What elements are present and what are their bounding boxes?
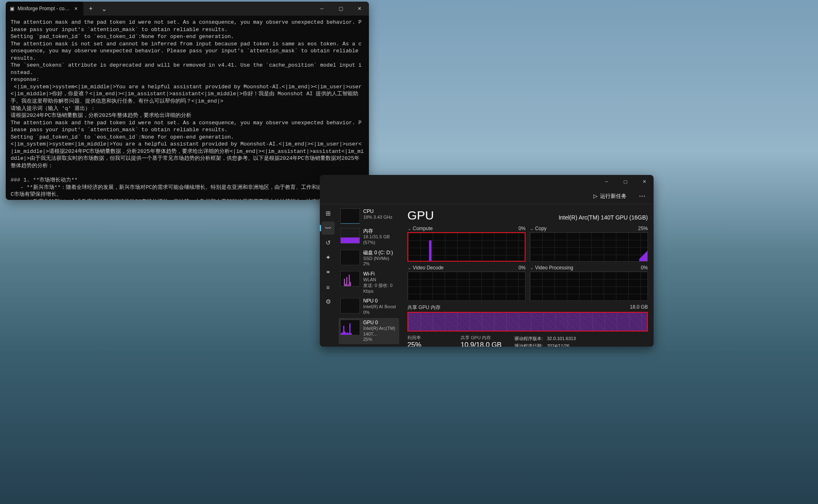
terminal-titlebar[interactable]: ▣ Miniforge Prompt - conda act × + ⌄ ─ ▢… (6, 2, 369, 16)
sidebar-item-memory[interactable]: 内存 18.1/31.5 GB (57%) (339, 226, 399, 247)
gpu-detail-panel: GPU Intel(R) Arc(TM) 140T GPU (16GB) ⌄ C… (402, 204, 654, 347)
cpu-value: 18% 3.43 GHz (363, 215, 393, 220)
copy-label[interactable]: ⌄ Copy (530, 226, 546, 231)
tab-dropdown-icon[interactable]: ⌄ (97, 5, 110, 13)
gpu-sub1: Intel(R) Arc(TM) 140T... (363, 326, 398, 337)
sidebar-item-gpu[interactable]: GPU 0 Intel(R) Arc(TM) 140T... 25% (339, 318, 399, 344)
run-task-label: 运行新任务 (600, 193, 627, 200)
util-label: 利用率 (407, 335, 448, 341)
gpu-thumb (340, 320, 360, 335)
taskmgr-titlebar[interactable]: ─ ▢ ✕ (320, 175, 654, 188)
nav-services-icon[interactable]: ⚙ (321, 295, 335, 308)
run-task-icon: ▷ (593, 193, 598, 199)
sidebar-item-wifi[interactable]: Wi-Fi WLAN 发送: 0 接收: 0 Kbps (339, 269, 399, 296)
disk-sub2: 2% (363, 261, 393, 267)
disk-title: 磁盘 0 (C: D:) (363, 250, 393, 256)
npu-sub1: Intel(R) AI Boost (363, 304, 396, 310)
new-tab-button[interactable]: + (84, 5, 97, 12)
video-decode-pct: 0% (519, 265, 526, 271)
taskmgr-toolbar: ▷ 运行新任务 ⋯ (320, 188, 654, 204)
sidebar-item-npu[interactable]: NPU 0 Intel(R) AI Boost 0% (339, 296, 399, 317)
sidebar-item-disk[interactable]: 磁盘 0 (C: D:) SSD (NVMe) 2% (339, 248, 399, 269)
wifi-thumb (340, 271, 360, 287)
terminal-icon: ▣ (10, 6, 14, 11)
compute-label[interactable]: ⌄ Compute (407, 226, 433, 231)
cpu-thumb (340, 208, 360, 224)
memory-value: 18.1/31.5 GB (57%) (363, 234, 398, 246)
terminal-tab-title: Miniforge Prompt - conda act (18, 6, 70, 11)
more-button[interactable]: ⋯ (635, 190, 649, 202)
copy-pct: 25% (638, 226, 648, 231)
compute-pct: 0% (519, 226, 526, 231)
wifi-title: Wi-Fi (363, 271, 398, 277)
terminal-output[interactable]: The attention mask and the pad token id … (6, 16, 369, 200)
taskmgr-nav: ⊞ 〰 ↺ ✦ ⚭ ≡ ⚙ (320, 204, 336, 347)
disk-thumb (340, 250, 360, 265)
terminal-window: ▣ Miniforge Prompt - conda act × + ⌄ ─ ▢… (6, 2, 369, 200)
shared-value: 10.9/18.0 GB (461, 341, 501, 347)
shared-label: 共享 GPU 内存 (461, 335, 501, 341)
video-decode-chart (407, 271, 526, 301)
minimize-button[interactable]: ─ (312, 2, 331, 16)
terminal-tab[interactable]: ▣ Miniforge Prompt - conda act × (6, 2, 83, 16)
shared-mem-label: 共享 GPU 内存 (407, 304, 440, 311)
tab-close-icon[interactable]: × (73, 5, 79, 12)
memory-thumb (340, 228, 360, 244)
nav-performance-icon[interactable]: 〰 (321, 222, 335, 235)
maximize-button[interactable]: ▢ (331, 2, 350, 16)
task-manager-window: ─ ▢ ✕ ▷ 运行新任务 ⋯ ⊞ 〰 ↺ ✦ ⚭ ≡ ⚙ CPU 18% 3.… (320, 175, 654, 347)
wifi-sub1: WLAN (363, 277, 398, 283)
gpu-sub2: 25% (363, 337, 398, 343)
gpu-device-name: Intel(R) Arc(TM) 140T GPU (16GB) (559, 214, 648, 221)
nav-history-icon[interactable]: ↺ (321, 236, 335, 249)
wifi-sub2: 发送: 0 接收: 0 Kbps (363, 283, 398, 294)
cpu-title: CPU (363, 208, 393, 215)
util-value: 25% (407, 341, 448, 347)
performance-sidebar: CPU 18% 3.43 GHz 内存 18.1/31.5 GB (57%) 磁… (336, 204, 402, 347)
driver-info: 驱动程序版本:32.0.101.6313 驱动程序日期:2024/11/26 D… (514, 335, 585, 347)
copy-chart (530, 232, 648, 262)
minimize-button[interactable]: ─ (597, 175, 616, 188)
gpu-panel-title: GPU (407, 208, 434, 222)
video-proc-label[interactable]: ⌄ Video Processing (530, 265, 573, 271)
run-new-task-button[interactable]: ▷ 运行新任务 (589, 190, 631, 202)
nav-details-icon[interactable]: ≡ (321, 280, 335, 293)
nav-users-icon[interactable]: ⚭ (321, 266, 335, 279)
close-button[interactable]: ✕ (350, 2, 369, 16)
disk-sub1: SSD (NVMe) (363, 256, 393, 262)
gpu-title: GPU 0 (363, 320, 398, 326)
nav-processes-icon[interactable]: ⊞ (321, 207, 335, 220)
shared-memory-chart (407, 312, 648, 332)
video-decode-label[interactable]: ⌄ Video Decode (407, 265, 444, 271)
nav-startup-icon[interactable]: ✦ (321, 251, 335, 264)
npu-sub2: 0% (363, 310, 396, 316)
sidebar-item-cpu[interactable]: CPU 18% 3.43 GHz (339, 207, 399, 226)
npu-thumb (340, 298, 360, 314)
maximize-button[interactable]: ▢ (616, 175, 635, 188)
memory-title: 内存 (363, 228, 398, 234)
npu-title: NPU 0 (363, 298, 396, 304)
video-proc-pct: 0% (641, 265, 648, 271)
video-proc-chart (530, 271, 648, 301)
close-button[interactable]: ✕ (635, 175, 654, 188)
compute-chart (407, 232, 526, 262)
shared-mem-max: 18.0 GB (630, 304, 648, 311)
